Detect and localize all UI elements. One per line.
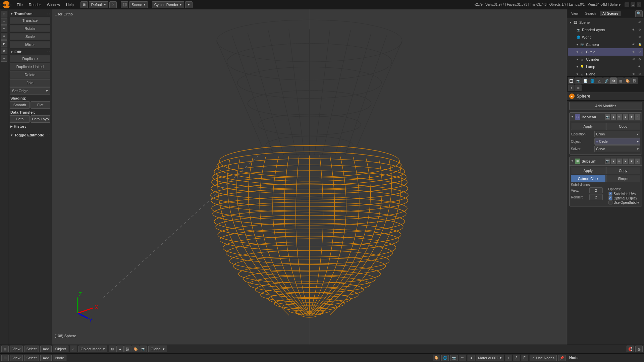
node-pencil-icon[interactable]: ✏ [459,355,466,361]
boolean-expand-icon[interactable]: ▼ [571,115,574,118]
smooth-btn[interactable]: Smooth [10,101,30,109]
scene-item-circle[interactable]: ▼ △ Circle 👁 ⚙ [568,48,643,56]
subsurf-apply-btn[interactable]: Apply [571,167,605,174]
select-menu[interactable]: Select [24,346,39,352]
view-menu[interactable]: View [10,346,23,352]
minimize-btn[interactable]: – [625,2,629,7]
plane-eye[interactable]: 👁 [631,72,636,76]
material-dropdown[interactable]: Material.002 ▾ [476,355,504,361]
data-btn[interactable]: Data [10,115,30,123]
node-compositor-icon[interactable]: 📷 [450,355,458,361]
circle-settings[interactable]: ⚙ [637,50,642,54]
boolean-copy-btn[interactable]: Copy [606,123,641,130]
scene-dropdown[interactable]: Scene ▾ [129,1,148,8]
prop-tab-texture[interactable]: 🖼 [631,77,638,84]
add-modifier-btn[interactable]: Add Modifier [569,102,642,110]
view-subdiv-field[interactable]: 2 [589,187,603,193]
render-icon[interactable]: ● [185,1,193,8]
plane-settings[interactable]: ⚙ [637,72,642,76]
editor-type-icon-2[interactable]: ⊞ [1,346,9,352]
scene-item-lamp[interactable]: ▼ 💡 Lamp 👁 [568,63,643,70]
node-mat-dot-icon[interactable]: ● [468,355,475,361]
boolean-apply-btn[interactable]: Apply [571,123,605,130]
prop-tab-particles[interactable]: ✦ [568,84,575,91]
toolbar-icon-physics[interactable]: ≋ [1,48,7,54]
node-mat-f-icon[interactable]: F [521,355,528,361]
prop-tab-layers[interactable]: 📑 [582,77,589,84]
scene-item-camera[interactable]: ▼ 📷 Camera 👁 🔒 [568,41,643,48]
node-mat-x-icon[interactable]: + [505,355,512,361]
render-subdiv-field[interactable]: 2 [589,194,603,200]
lamp-eye[interactable]: 👁 [637,64,642,69]
close-btn[interactable]: × [637,2,641,7]
subsurf-close-icon[interactable]: × [635,159,640,164]
duplicate-btn[interactable]: Duplicate [10,55,50,62]
prop-tab-scene[interactable]: 🔳 [568,77,575,84]
add-menu[interactable]: Add [40,346,52,352]
boolean-solver-dropdown[interactable]: Carve ▾ [594,145,640,152]
prop-tab-physics[interactable]: ≋ [575,84,582,91]
global-local-dropdown[interactable]: Global ▾ [148,346,167,352]
subsurf-up-icon[interactable]: ▲ [623,159,628,164]
toggle-editmode-header[interactable]: ▼ Toggle Editmode :: [10,132,50,138]
render-engine-dropdown[interactable]: Cycles Render ▾ [152,1,184,8]
editor-type-icon[interactable]: ⊞ [80,1,88,8]
set-origin-btn[interactable]: Set Origin ▾ [10,87,50,95]
menu-help[interactable]: Help [63,2,76,7]
catmull-clark-btn[interactable]: Catmull-Clark [571,175,605,182]
delete-btn[interactable]: Delete [10,71,50,78]
rotate-btn[interactable]: Rotate [10,25,50,32]
history-section-header[interactable]: ▶ History [10,123,50,129]
subsurf-copy-btn[interactable]: Copy [606,167,641,174]
node-editor-type-icon[interactable]: ⊞ [1,355,9,361]
node-mat-num[interactable]: 2 [513,355,520,361]
node-pin-icon[interactable]: 📌 [558,355,566,361]
node-mat-icon[interactable]: 🎨 [433,355,440,361]
prop-tab-material[interactable]: 🎨 [624,77,631,84]
subsurf-expand-icon[interactable]: ▼ [571,160,574,163]
boolean-edit-icon[interactable]: ✏ [617,114,622,120]
flat-btn[interactable]: Flat [31,101,51,109]
use-nodes-btn[interactable]: ✓ Use Nodes [530,355,557,361]
cylinder-eye[interactable]: 👁 [631,57,636,62]
boolean-camera-icon[interactable]: 📷 [605,114,610,120]
toolbar-icon-2[interactable]: + [1,18,7,25]
node-node-menu[interactable]: Node [53,355,66,361]
object-mode-dropdown[interactable]: Object Mode ▾ [78,346,107,352]
proportional-icon[interactable]: ◎ [635,346,643,352]
toolbar-icon-relations[interactable]: ⇔ [1,33,7,40]
join-btn[interactable]: Join [10,79,50,86]
boolean-up-icon[interactable]: ▲ [623,114,628,120]
texture-btn[interactable]: 🖼 [124,346,131,352]
mirror-btn[interactable]: Mirror [10,41,50,48]
transform-section-header[interactable]: ▼ Transform :: [10,11,50,17]
use-opensubdiv-checkbox[interactable] [608,200,612,204]
node-view-menu[interactable]: View [10,355,23,361]
subdivide-uvs-checkbox[interactable]: ✓ [608,192,612,196]
translate-btn[interactable]: Translate [10,17,50,24]
snap-icon[interactable]: 🧲 [627,346,634,352]
scene-item-scene[interactable]: ▼ 🔳 Scene 👁 [568,19,643,26]
menu-render[interactable]: Render [26,2,44,7]
search-tab[interactable]: Search [583,11,599,16]
object-mode-icon[interactable]: ○ [70,346,77,352]
scene-filter-icon[interactable]: 🔍 [635,10,643,17]
scene-item-renderlayers[interactable]: 📷 RenderLayers 👁 ⚙ [568,26,643,34]
object-menu[interactable]: Object [53,346,68,352]
editor-type-dropdown[interactable]: Default ▾ [89,1,109,8]
3d-viewport[interactable]: User Ortho [52,9,567,345]
scene-item-cylinder[interactable]: ▼ △ Cylinder 👁 ⚙ [568,56,643,63]
shading-section-header[interactable]: Shading: [10,95,50,101]
circle-eye[interactable]: 👁 [631,50,636,54]
scene-item-plane[interactable]: ▼ △ Plane 👁 ⚙ [568,70,643,76]
global-x-btn[interactable]: ✕ [109,1,117,8]
world-eye[interactable]: 👁 [637,35,642,40]
visibility-icon[interactable]: 👁 [637,20,642,25]
solid-btn[interactable]: ● [116,346,124,352]
node-select-menu[interactable]: Select [24,355,39,361]
renderlayer-settings[interactable]: ⚙ [637,27,642,32]
subsurf-camera-icon[interactable]: 📷 [605,159,610,164]
toolbar-icon-grease[interactable]: ✏ [1,55,7,62]
all-scenes-tab[interactable]: All Scenes [600,11,621,16]
rendered-btn[interactable]: 📷 [140,346,147,352]
